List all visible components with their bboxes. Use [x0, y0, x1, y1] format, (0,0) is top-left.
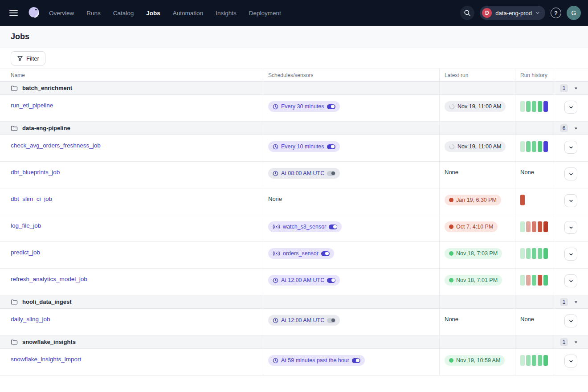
- run-history-bar[interactable]: [520, 101, 525, 112]
- nav-item-deployment[interactable]: Deployment: [249, 10, 281, 16]
- run-history-none: None: [520, 315, 534, 323]
- schedule-badge[interactable]: Every 10 minutes: [268, 141, 340, 152]
- search-button[interactable]: [460, 6, 474, 20]
- help-button[interactable]: ?: [551, 8, 561, 18]
- expand-job-button[interactable]: [564, 141, 577, 154]
- dagster-logo[interactable]: [25, 4, 43, 22]
- schedule-badge[interactable]: At 08:00 AM UTC: [268, 168, 340, 179]
- job-name-link[interactable]: predict_job: [11, 249, 40, 256]
- status-dot-icon: [449, 225, 453, 229]
- latest-run-badge[interactable]: Nov 19, 11:00 AM: [445, 101, 506, 112]
- run-history-bar[interactable]: [520, 355, 525, 366]
- filter-button[interactable]: Filter: [11, 51, 45, 65]
- schedule-label: At 08:00 AM UTC: [281, 170, 324, 176]
- schedule-label: orders_sensor: [283, 250, 318, 257]
- run-history-bar[interactable]: [543, 275, 548, 286]
- latest-run-badge[interactable]: Jan 19, 6:30 PM: [445, 195, 501, 205]
- group-caret-icon[interactable]: [574, 126, 578, 131]
- group-name: snowflake_insights: [22, 339, 76, 345]
- run-history-bar[interactable]: [520, 248, 525, 259]
- expand-job-button[interactable]: [564, 167, 577, 180]
- group-label: batch_enrichment: [11, 85, 560, 91]
- schedule-badge[interactable]: orders_sensor: [268, 248, 334, 259]
- run-history-bar[interactable]: [532, 221, 536, 232]
- job-name-link[interactable]: refresh_analytics_model_job: [11, 276, 87, 282]
- group-row[interactable]: hooli_data_ingest1: [0, 295, 588, 309]
- nav-item-jobs[interactable]: Jobs: [146, 10, 160, 16]
- run-history-bar[interactable]: [526, 248, 531, 259]
- run-history-bar[interactable]: [532, 248, 536, 259]
- group-caret-icon[interactable]: [574, 340, 578, 344]
- run-history-bar[interactable]: [538, 141, 542, 152]
- chevron-down-icon: [568, 318, 574, 324]
- run-history-bar[interactable]: [532, 355, 536, 366]
- latest-run-badge[interactable]: Oct 7, 4:10 PM: [445, 221, 498, 232]
- nav-item-overview[interactable]: Overview: [49, 10, 74, 16]
- job-name-link[interactable]: daily_sling_job: [11, 316, 50, 323]
- expand-job-button[interactable]: [564, 274, 577, 287]
- job-name-link[interactable]: run_etl_pipeline: [11, 102, 53, 109]
- run-history-bar[interactable]: [532, 275, 536, 286]
- schedule-badge[interactable]: At 12:00 AM UTC: [268, 315, 340, 326]
- schedule-badge[interactable]: At 12:00 AM UTC: [268, 275, 340, 286]
- group-row[interactable]: batch_enrichment1: [0, 82, 588, 95]
- group-caret-icon[interactable]: [574, 86, 578, 90]
- expand-job-button[interactable]: [564, 248, 577, 261]
- run-history-bar[interactable]: [532, 101, 536, 112]
- run-history-bar[interactable]: [543, 355, 548, 366]
- latest-run-badge[interactable]: Nov 19, 11:00 AM: [445, 141, 506, 152]
- nav-item-catalog[interactable]: Catalog: [113, 10, 134, 16]
- nav-item-automation[interactable]: Automation: [173, 10, 203, 16]
- expand-job-button[interactable]: [564, 194, 577, 207]
- run-history-bar[interactable]: [538, 248, 542, 259]
- run-history-bar[interactable]: [526, 275, 531, 286]
- run-history-bar[interactable]: [526, 141, 531, 152]
- run-history-bar[interactable]: [538, 101, 542, 112]
- job-name-link[interactable]: snowflake_insights_import: [11, 356, 81, 363]
- run-history-bar[interactable]: [543, 141, 548, 152]
- schedule-badge[interactable]: Every 30 minutes: [268, 101, 340, 112]
- run-history-bar[interactable]: [520, 275, 525, 286]
- run-history-bar[interactable]: [532, 141, 536, 152]
- run-history-bar[interactable]: [520, 195, 525, 205]
- run-history-bar[interactable]: [543, 248, 548, 259]
- run-history-bar[interactable]: [543, 101, 548, 112]
- toggle-on-icon: [327, 278, 335, 283]
- topnav-items: OverviewRunsCatalogJobsAutomationInsight…: [49, 10, 281, 16]
- run-history-bar[interactable]: [526, 355, 531, 366]
- expand-job-button[interactable]: [564, 221, 577, 234]
- latest-run-badge[interactable]: Nov 19, 10:59 AM: [445, 355, 505, 366]
- job-name-link[interactable]: dbt_blueprints_job: [11, 169, 60, 176]
- expand-job-button[interactable]: [564, 355, 577, 368]
- user-avatar[interactable]: G: [567, 6, 581, 20]
- schedule-label: Every 10 minutes: [281, 143, 324, 150]
- schedule-badge[interactable]: watch_s3_sensor: [268, 221, 342, 232]
- group-caret-icon[interactable]: [574, 300, 578, 304]
- run-history-bar[interactable]: [520, 221, 525, 232]
- job-name-link[interactable]: dbt_slim_ci_job: [11, 196, 52, 202]
- schedule-badge[interactable]: At 59 minutes past the hour: [268, 355, 365, 366]
- group-row[interactable]: snowflake_insights1: [0, 335, 588, 349]
- avatar-initial: G: [572, 9, 576, 16]
- run-history-bar[interactable]: [526, 221, 531, 232]
- latest-run-badge[interactable]: Nov 18, 7:03 PM: [445, 248, 502, 259]
- run-history-bar[interactable]: [538, 275, 542, 286]
- nav-item-runs[interactable]: Runs: [86, 10, 101, 16]
- latest-run-badge[interactable]: Nov 18, 7:01 PM: [445, 275, 502, 286]
- job-name-link[interactable]: log_file_job: [11, 222, 41, 229]
- hamburger-menu-icon[interactable]: [7, 6, 20, 20]
- chevron-down-icon: [568, 278, 574, 284]
- expand-job-button[interactable]: [564, 314, 577, 327]
- run-history-bar[interactable]: [520, 141, 525, 152]
- run-history-bar[interactable]: [538, 221, 542, 232]
- job-row: refresh_analytics_model_jobAt 12:00 AM U…: [0, 269, 588, 295]
- schedule-label: At 59 minutes past the hour: [281, 357, 349, 363]
- run-history-bar[interactable]: [543, 221, 548, 232]
- run-history-bar[interactable]: [538, 355, 542, 366]
- job-name-link[interactable]: check_avg_orders_freshness_job: [11, 142, 101, 149]
- nav-item-insights[interactable]: Insights: [216, 10, 237, 16]
- group-row[interactable]: data-eng-pipeline6: [0, 122, 588, 135]
- deployment-switcher[interactable]: D data-eng-prod: [480, 6, 545, 20]
- expand-job-button[interactable]: [564, 101, 577, 114]
- run-history-bar[interactable]: [526, 101, 531, 112]
